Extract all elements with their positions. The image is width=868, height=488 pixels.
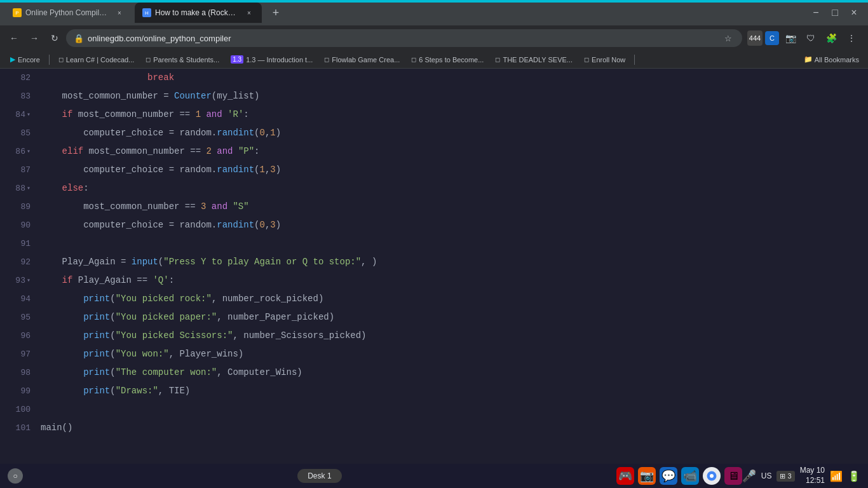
code-line-101: main() [38,419,868,437]
code-line-95: print("You picked paper:", number_Paper_… [38,308,868,327]
forward-button[interactable]: → [25,29,43,47]
bookmark-6steps[interactable]: ◻ 6 Steps to Become... [406,55,489,65]
code-line-87: computer_choice = random.randint(1,3) [38,161,868,179]
tab-2-label: How to make a (Rock, Paper, S... [155,8,238,17]
taskbar-right: 🎤 US ⊞ 3 May 10 12:51 📶 🔋 [742,466,860,485]
window-controls: − □ × [807,4,863,22]
code-line-89: most_common_number == 3 and "S" [38,198,868,216]
back-button[interactable]: ← [5,29,23,47]
bookmark-intro[interactable]: 1.3 1.3 — Introduction t... [226,54,318,65]
bookmark-encore[interactable]: ▶ Encore [5,54,45,65]
ext-puzzle[interactable]: 🧩 [822,29,840,47]
code-line-85: computer_choice = random.randint(0,1) [38,124,868,142]
tab-1[interactable]: P Online Python Compiler - onlin... × [5,3,132,23]
taskbar-center: Desk 1 [23,469,616,483]
line-number-95: 95 [5,308,31,327]
tab-1-close[interactable]: × [114,8,125,18]
address-bar[interactable]: 🔒 onlinegdb.com/online_python_compiler ☆ [66,29,742,47]
bookmark-codecad-label: Learn C# | Codecad... [66,56,134,64]
bookmarks-sep-1 [49,55,50,65]
bookmark-flowlab-label: Flowlab Game Crea... [332,56,400,64]
time: 12:51 [800,476,825,486]
code-line-99: print("Draws:", TIE) [38,382,868,400]
line-number-96: 96 [5,327,31,345]
bookmark-parents[interactable]: ◻ Parents & Students... [140,55,224,65]
code-line-92: Play_Again = input("Press Y to play Agai… [38,253,868,271]
reload-button[interactable]: ↻ [46,29,64,47]
launcher-button[interactable]: ○ [8,468,23,484]
wifi-icon: 📶 [830,470,843,482]
taskbar-app-camera[interactable]: 📷 [638,467,656,485]
bookmark-deadly[interactable]: ◻ THE DEADLY SEVE... [490,55,578,65]
bookmark-icon[interactable]: ☆ [722,32,735,44]
line-number-92: 92 [5,253,31,271]
code-line-82: break [38,69,868,87]
extensions-444[interactable]: 444 [747,30,763,46]
tab-bar: P Online Python Compiler - onlin... × H … [0,0,868,25]
taskbar-app-chat[interactable]: 💬 [660,467,677,485]
line-number-91: 91 [5,234,31,253]
date: May 10 [800,466,825,476]
ext-shield[interactable]: 🛡 [802,29,820,47]
bookmarks-all-label: All Bookmarks [815,56,859,64]
desk-label[interactable]: Desk 1 [297,469,341,483]
ext-c[interactable]: C [765,31,779,45]
line-numbers: 828384▾8586▾8788▾8990919293▾949596979899… [0,69,38,464]
address-icons: ☆ [722,32,735,44]
code-line-93: if Play_Again == 'Q': [38,271,868,290]
new-tab-button[interactable]: + [267,4,285,22]
taskbar-app-chrome[interactable] [703,467,721,485]
line-number-82: 82 [5,69,31,87]
line-number-94: 94 [5,290,31,308]
toolbar-right: 444 C 📷 🛡 🧩 ⋮ [745,29,863,47]
tab-1-label: Online Python Compiler - onlin... [25,8,108,17]
taskbar-left: ○ [8,468,23,484]
code-line-90: computer_choice = random.randint(0,3) [38,216,868,234]
line-number-85: 85 [5,124,31,142]
code-editor[interactable]: 828384▾8586▾8788▾8990919293▾949596979899… [0,69,868,464]
bookmark-enroll[interactable]: ◻ Enroll Now [579,55,630,65]
minimize-button[interactable]: − [807,4,825,22]
line-number-87: 87 [5,161,31,179]
code-line-97: print("You won:", Player_wins) [38,345,868,363]
browser-controls: ← → ↻ 🔒 onlinegdb.com/online_python_comp… [0,25,868,51]
taskbar-app-game[interactable]: 🎮 [616,467,634,485]
taskbar-apps: 🎮 📷 💬 📹 🖥 [616,467,742,485]
maximize-button[interactable]: □ [826,4,844,22]
tab-2[interactable]: H How to make a (Rock, Paper, S... × [135,3,262,23]
bookmarks-sep-2 [634,55,635,65]
date-time: May 10 12:51 [800,466,825,485]
bookmark-deadly-label: THE DEADLY SEVE... [503,56,573,64]
code-line-96: print("You picked Scissors:", number_Sci… [38,327,868,345]
bookmark-flowlab[interactable]: ◻ Flowlab Game Crea... [319,55,405,65]
svg-point-1 [710,474,714,478]
address-text: onlinegdb.com/online_python_compiler [88,34,718,43]
menu-button[interactable]: ⋮ [843,29,860,47]
mic-icon[interactable]: 🎤 [742,469,756,483]
code-content[interactable]: break most_common_number = Counter(my_li… [38,69,868,464]
code-line-83: most_common_number = Counter(my_list) [38,87,868,105]
tab-2-close[interactable]: × [244,8,254,18]
close-button[interactable]: × [845,4,863,22]
taskbar-app-video[interactable]: 📹 [681,467,699,485]
bookmark-enroll-label: Enroll Now [592,56,625,64]
line-number-84: 84▾ [5,105,31,124]
code-line-94: print("You picked rock:", number_rock_pi… [38,290,868,308]
bookmark-parents-label: Parents & Students... [153,56,219,64]
line-number-98: 98 [5,363,31,382]
bookmark-intro-label: 1.3 — Introduction t... [246,56,313,64]
line-number-83: 83 [5,87,31,105]
code-line-100 [38,400,868,419]
line-number-97: 97 [5,345,31,363]
code-line-91 [38,234,868,253]
line-number-93: 93▾ [5,271,31,290]
bookmark-codecad[interactable]: ◻ Learn C# | Codecad... [53,55,139,65]
folder-icon: 📁 [804,55,813,64]
code-line-88: else: [38,179,868,198]
code-line-86: elif most_common_number == 2 and "P": [38,142,868,161]
keyboard-layout: ⊞ 3 [776,471,794,482]
bookmarks-all[interactable]: 📁 All Bookmarks [800,54,863,65]
ext-camera[interactable]: 📷 [782,29,799,47]
bookmarks-bar: ▶ Encore ◻ Learn C# | Codecad... ◻ Paren… [0,51,868,69]
taskbar-app-monitor[interactable]: 🖥 [724,467,742,485]
